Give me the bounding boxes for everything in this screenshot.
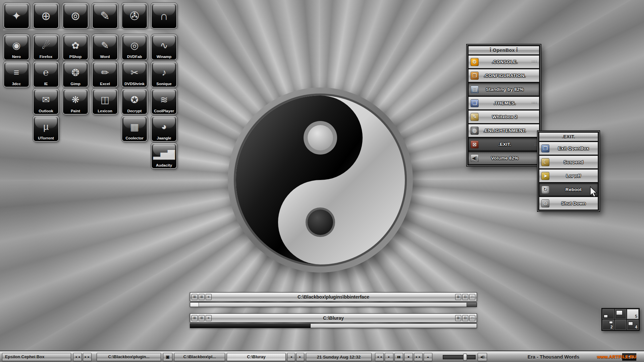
win-menu-button[interactable]: ≡ [206,294,212,300]
dock-icon-headphones[interactable]: ∩ [151,3,177,29]
menu-item-console[interactable]: ⚙ .CONSOLE. ∷∷ [468,55,539,68]
win-sticky-button[interactable]: ⊞ [192,315,198,321]
bluray-progressbar[interactable] [190,323,477,328]
openbox-menu-title[interactable]: Î OpenBox Î [468,46,539,55]
menu-item-label: .THEMES. [481,101,529,106]
win-close-button[interactable]: □ [469,294,475,300]
win-minimize-button[interactable]: ⊞ [455,294,461,300]
dock-app-utorrent[interactable]: µUTorrent [33,116,59,142]
dock-app-excel[interactable]: ✏Excel [92,61,118,87]
menu-item-enlightenment[interactable]: ◍ .ENLIGHTENMENT. [468,124,539,137]
dock-column-3: ✿PShop ❂Gimp ❋Paint [62,34,89,115]
speaker-button[interactable]: ◀)) [478,353,487,361]
dock-app-nero[interactable]: ◉Nero [3,34,30,60]
bbinterface-slider[interactable] [190,302,477,307]
app-dock: ✦ ⊕ ⊚ ✎ ✇ ∩ ◉Nero ≡3dcc ☄Firefox ℮IE ✉Ou… [3,3,177,169]
forward-button[interactable]: ►► [414,353,423,361]
menu-item-exit[interactable]: ⊠ .EXIT. ∷ [468,138,539,151]
volume-slider[interactable] [443,355,476,359]
win-maximize-button[interactable]: ⊟ [462,315,468,321]
dock-icon-web-globe[interactable]: ⊕ [33,3,59,29]
win-close-button[interactable]: □ [469,315,475,321]
exit-submenu-title[interactable]: .EXIT. [539,132,598,141]
exit-item-logoff[interactable]: ➤ Logoff [539,169,598,182]
dock-app-coolector[interactable]: ▦Coolector [121,116,148,142]
win-shade-button[interactable]: ⊞ [199,294,205,300]
win-shade-button[interactable]: ⊞ [199,315,205,321]
dock-app-dvdfab[interactable]: ◎DVDFab [121,34,148,60]
menu-item-whitebox2[interactable]: ✎ Whitebox 2 [468,110,539,123]
submenu-indicator-icon: ∷∷ [531,101,537,105]
titlebar[interactable]: ⊞ ⊞ ≡ C:\Blackbox\plugins\bbinterface ⊞ … [190,292,477,301]
workspace-label[interactable]: Epsilon Cephei Box [2,353,71,361]
dock-grid: ◉Nero ≡3dcc ☄Firefox ℮IE ✉Outlook µUTorr… [3,34,177,169]
pager-cell-label: 4 [635,325,637,329]
task-scroll-left-button[interactable]: ◄ [287,353,295,361]
task-scroll-right-button[interactable]: ► [296,353,304,361]
dock-app-winamp[interactable]: ∿Winamp [151,34,177,60]
dock-app-outlook[interactable]: ✉Outlook [33,88,59,115]
dock-icon-robot[interactable]: ⊚ [62,3,89,29]
win-maximize-button[interactable]: ⊟ [462,294,468,300]
pager-cell-label: 5 [635,314,637,319]
pager-cell-6[interactable]: 4 [627,320,639,330]
pause-button[interactable]: ▮▮ [394,353,403,361]
win-minimize-button[interactable]: ⊞ [455,315,461,321]
exit-icon: ⊠ [471,140,479,148]
dock-app-audacity[interactable]: ▂▅▇Audacity [151,143,177,169]
pager-cell-1[interactable] [602,309,614,319]
door-icon: ❐ [541,144,549,153]
pager-cell-2[interactable] [615,309,627,319]
dock-app-3dcc[interactable]: ≡3dcc [3,61,30,87]
paint-icon: ❋ [71,94,79,105]
dock-app-lexicon[interactable]: ◫Lexicon [92,88,118,115]
titlebar[interactable]: ⊞ ⊞ ≡ C:\Bluray ⊞ ⊟ □ [190,313,477,322]
menu-item-standing-by[interactable]: ▤ Standing by 82% [468,83,539,96]
dock-app-jaangle[interactable]: ◕Jaangle [151,116,177,142]
window-title: C:\Bluray [213,315,454,321]
exit-item-exit-openbox[interactable]: ❐ Exit OpenBox [539,142,598,155]
menu-item-themes[interactable]: ❏ .THEMES. ∷∷ [468,97,539,110]
dock-app-sonique[interactable]: ♪Sonique [151,61,177,87]
menu-item-label: Exit OpenBox [551,146,596,151]
task-icon-button[interactable]: ▣ [163,353,172,361]
exit-item-suspend[interactable]: ☾ Suspend [539,156,598,169]
pager-cell-5[interactable] [615,320,627,330]
stop-button[interactable]: ■ [404,353,413,361]
win-menu-button[interactable]: ≡ [206,315,212,321]
dock-icon-video-camera[interactable]: ✇ [121,3,148,29]
rewind-button[interactable]: ◄◄ [375,353,384,361]
task-blackbox[interactable]: C:\Blackbox\pl... [174,353,225,361]
dock-app-pshop[interactable]: ✿PShop [62,34,89,60]
menu-item-configuration[interactable]: ❒ .CONFIGURATION. [468,69,539,82]
dock-app-paint[interactable]: ❋Paint [62,88,89,115]
menu-item-label: Volume 82% [481,156,529,161]
pager-cell-3[interactable]: 5 [627,309,639,319]
dock-icon-notepad[interactable]: ✎ [92,3,118,29]
dock-app-gimp[interactable]: ❂Gimp [62,61,89,87]
exit-item-shutdown[interactable]: ⊙ Shut Down [539,197,598,210]
eject-button[interactable]: ▲ [424,353,432,361]
pager-cell-4[interactable]: 2 [602,320,614,330]
moon-icon: ☾ [541,158,549,166]
utorrent-icon: µ [43,121,49,132]
task-bluray-active[interactable]: C:\Bluray [227,353,286,361]
menu-item-label: Logoff [551,173,596,178]
task-bbinterface[interactable]: C:\Blackbox\plugin... [97,353,161,361]
workspace-prev-button[interactable]: ◄◄ [73,353,82,361]
volume-slider-handle[interactable] [463,354,467,361]
dock-icon-launcher[interactable]: ✦ [3,3,30,29]
dock-app-firefox[interactable]: ☄Firefox [33,34,59,60]
exit-item-reboot[interactable]: ↻ Reboot [539,183,598,196]
workspace-pager: 5 2 4 [601,308,640,331]
dock-app-coolplayer[interactable]: ≋CoolPlayer [151,88,177,115]
dock-app-ie[interactable]: ℮IE [33,61,59,87]
play-button[interactable]: ► [385,353,393,361]
win-sticky-button[interactable]: ⊞ [192,294,198,300]
dock-app-decrypt[interactable]: ✪Decrypt [121,88,148,115]
dock-app-dvdshrink[interactable]: ✂DVDShrink [121,61,148,87]
desktop[interactable]: ✦ ⊕ ⊚ ✎ ✇ ∩ ◉Nero ≡3dcc ☄Firefox ℮IE ✉Ou… [0,0,644,362]
menu-item-volume[interactable]: ◀) Volume 82% [468,152,539,165]
dock-app-word[interactable]: ✎Word [92,34,118,60]
workspace-next-button[interactable]: ►► [83,353,92,361]
